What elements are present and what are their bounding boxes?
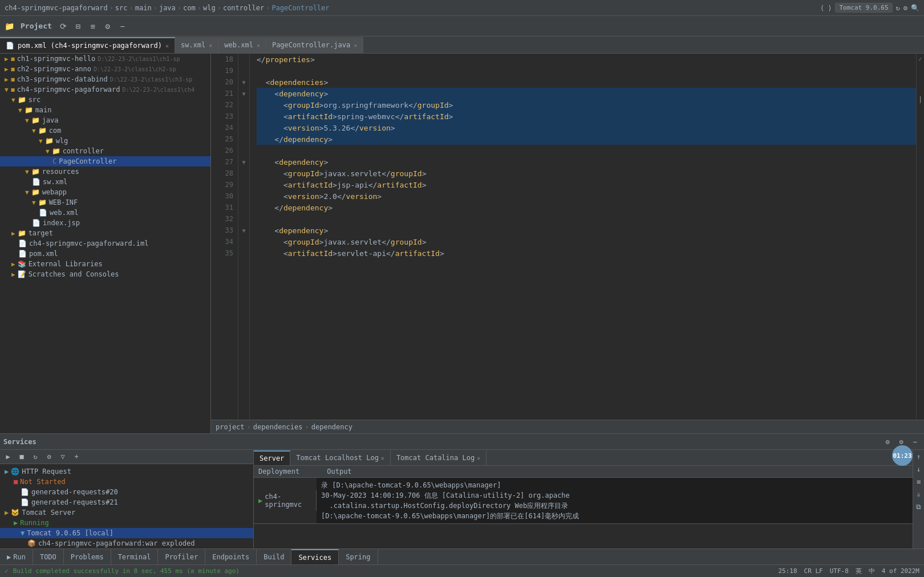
sidebar-item-ch2[interactable]: ▶ ◼ ch2-springmvc-anno D:\22-23-2\class1… bbox=[0, 64, 210, 74]
sidebar-item-external-libs[interactable]: ▶ 📚 External Libraries bbox=[0, 259, 210, 269]
breadcrumb-item-5[interactable]: wlg bbox=[203, 4, 216, 12]
refresh-icon[interactable]: ↻ bbox=[896, 4, 900, 12]
sidebar-item-ch3[interactable]: ▶ ◼ ch3-springmvc-databind D:\22-23-2\cl… bbox=[0, 74, 210, 84]
restart-service-icon[interactable]: ↻ bbox=[30, 451, 41, 462]
tab-pom-xml-close[interactable]: ✕ bbox=[165, 43, 169, 49]
collapse-all-icon[interactable]: ⊟ bbox=[71, 19, 85, 33]
filter-service-icon[interactable]: ▽ bbox=[57, 451, 68, 462]
close-panel-icon[interactable]: − bbox=[116, 19, 129, 33]
breadcrumb-item-7[interactable]: PageController bbox=[271, 4, 329, 12]
sidebar-item-iml[interactable]: 📄 ch4-springmvc-pagaforward.iml bbox=[0, 238, 210, 249]
tree-item-generated-20[interactable]: 📄 generated-requests#20 bbox=[0, 487, 253, 497]
project-toggle-icon[interactable]: 📁 bbox=[2, 19, 16, 33]
sidebar-item-web-inf[interactable]: ▼ 📁 WEB-INF bbox=[0, 197, 210, 208]
add-service-icon[interactable]: + bbox=[71, 451, 82, 462]
tab-web-xml-close[interactable]: ✕ bbox=[257, 42, 260, 48]
bottom-tab-spring[interactable]: Spring bbox=[339, 549, 378, 565]
bottom-tab-services[interactable]: Services bbox=[291, 549, 339, 565]
code-content[interactable]: </properties> <dependencies> <dependency… bbox=[250, 54, 916, 420]
breadcrumb-item-2[interactable]: main bbox=[135, 4, 152, 12]
breadcrumb-item-6[interactable]: controller bbox=[223, 4, 264, 12]
tree-item-running[interactable]: ▶ Running bbox=[0, 518, 253, 528]
settings-icon[interactable]: ⚙ bbox=[903, 4, 907, 12]
scroll-end-icon[interactable]: ⇓ bbox=[913, 489, 925, 500]
run-service-icon[interactable]: ▶ bbox=[2, 451, 14, 462]
scroll-up-icon[interactable]: ↑ bbox=[913, 451, 925, 462]
sidebar-item-controller[interactable]: ▼ 📁 controller bbox=[0, 146, 210, 156]
gutter-20: ▼ bbox=[238, 76, 249, 88]
tree-item-tomcat-server[interactable]: ▶ 🐱 Tomcat Server bbox=[0, 507, 253, 518]
sidebar-item-index-jsp[interactable]: 📄 index.jsp bbox=[0, 218, 210, 228]
sidebar-item-ch4[interactable]: ▼ ◼ ch4-springmvc-pagaforward D:\22-23-2… bbox=[0, 84, 210, 95]
output-area[interactable]: 录 [D:\apache-tomcat-9.0.65\webapps\manag… bbox=[317, 478, 913, 523]
tab-web-xml[interactable]: web.xml ✕ bbox=[218, 37, 266, 53]
nav-forward-icon[interactable]: ⟩ bbox=[828, 4, 832, 12]
code-line-29: <artifactId>jsp-api</artifactId> bbox=[257, 179, 916, 190]
code-container[interactable]: 18 19 20 21 22 23 24 25 26 27 28 29 30 3… bbox=[211, 54, 924, 420]
stop-service-icon[interactable]: ■ bbox=[16, 451, 27, 462]
scroll-thumb[interactable]: │ bbox=[917, 96, 924, 103]
services-minimize-icon[interactable]: − bbox=[909, 436, 921, 448]
tree-item-tomcat-9065[interactable]: ▼ Tomcat 9.0.65 [local] bbox=[0, 528, 253, 538]
right-scroll-gutter[interactable]: ✓ │ bbox=[916, 54, 924, 420]
breadcrumb-item-4[interactable]: com bbox=[183, 4, 196, 12]
sidebar-item-webapp[interactable]: ▼ 📁 webapp bbox=[0, 187, 210, 197]
services-settings-icon[interactable]: ⚙ bbox=[882, 436, 893, 448]
sidebar-item-src[interactable]: ▼ 📁 src bbox=[0, 95, 210, 105]
search-icon[interactable]: 🔍 bbox=[911, 4, 919, 12]
pom-xml-icon: 📄 bbox=[6, 42, 14, 50]
bracket-27b: > bbox=[323, 158, 328, 166]
sidebar-item-pom-xml[interactable]: 📄 pom.xml bbox=[0, 249, 210, 259]
breadcrumb-sep-3: › bbox=[177, 4, 181, 12]
bottom-tab-endpoints[interactable]: Endpoints bbox=[205, 549, 257, 565]
tree-item-not-started[interactable]: ■ Not Started bbox=[0, 477, 253, 487]
breadcrumb-item-1[interactable]: src bbox=[115, 4, 128, 12]
sort-icon[interactable]: ≡ bbox=[86, 19, 100, 33]
gear-icon[interactable]: ⚙ bbox=[101, 19, 115, 33]
bottom-tab-profiler[interactable]: Profiler bbox=[158, 549, 205, 565]
breadcrumb-item-0[interactable]: ch4-springmvc-pagaforward bbox=[5, 4, 108, 12]
war-icon: 📦 bbox=[27, 539, 36, 547]
sidebar-item-pagecontroller[interactable]: C PageController bbox=[0, 156, 210, 166]
bottom-tab-run[interactable]: ▶ Run bbox=[0, 549, 33, 565]
scroll-down-icon[interactable]: ↓ bbox=[913, 464, 925, 475]
sidebar-item-wlg[interactable]: ▼ 📁 wlg bbox=[0, 136, 210, 146]
tab-page-controller[interactable]: PageController.java ✕ bbox=[266, 37, 363, 53]
sidebar-item-target[interactable]: ▶ 📁 target bbox=[0, 228, 210, 238]
bottom-tab-problems[interactable]: Problems bbox=[64, 549, 111, 565]
catalina-log-close[interactable]: ✕ bbox=[477, 455, 480, 461]
bottom-tab-build[interactable]: Build bbox=[257, 549, 291, 565]
services-tab-localhost-log[interactable]: Tomcat Localhost Log ✕ bbox=[290, 450, 391, 465]
tab-sw-xml[interactable]: sw.xml ✕ bbox=[175, 37, 218, 53]
bottom-tab-todo[interactable]: TODO bbox=[33, 549, 64, 565]
sidebar-item-main[interactable]: ▼ 📁 main bbox=[0, 105, 210, 115]
expand-icon-http: ▶ bbox=[2, 468, 9, 476]
tomcat-version-btn[interactable]: Tomcat 9.0.65 bbox=[835, 3, 892, 13]
sidebar-item-java[interactable]: ▼ 📁 java bbox=[0, 115, 210, 125]
tree-item-http-request[interactable]: ▶ 🌐 HTTP Request bbox=[0, 466, 253, 477]
config-service-icon[interactable]: ⚙ bbox=[43, 451, 55, 462]
services-tab-server[interactable]: Server bbox=[254, 450, 290, 465]
localhost-log-close[interactable]: ✕ bbox=[381, 455, 384, 461]
scroll-wrap-icon[interactable]: ≡ bbox=[913, 476, 925, 487]
tree-item-war-exploded[interactable]: 📦 ch4-springmvc-pagaforward:war exploded bbox=[0, 538, 253, 548]
breadcrumb-item-3[interactable]: java bbox=[159, 4, 176, 12]
copy-icon[interactable]: ⧉ bbox=[913, 501, 925, 513]
output-line-3: [D:\apache-tomcat-9.0.65\webapps\manager… bbox=[321, 511, 908, 521]
sidebar-item-web-xml[interactable]: 📄 web.xml bbox=[0, 208, 210, 218]
sidebar-item-ch1[interactable]: ▶ ◼ ch1-springmvc-hello D:\22-23-2\class… bbox=[0, 54, 210, 64]
sidebar-item-com[interactable]: ▼ 📁 com bbox=[0, 125, 210, 136]
sidebar-item-sw-xml[interactable]: 📄 sw.xml bbox=[0, 177, 210, 187]
nav-back-icon[interactable]: ⟨ bbox=[820, 4, 824, 12]
bottom-tab-terminal[interactable]: Terminal bbox=[111, 549, 159, 565]
sidebar-item-resources[interactable]: ▼ 📁 resources bbox=[0, 166, 210, 177]
spring-tab-label: Spring bbox=[346, 553, 370, 561]
services-right-panel: Server Tomcat Localhost Log ✕ Tomcat Cat… bbox=[254, 450, 913, 548]
tree-item-generated-21[interactable]: 📄 generated-requests#21 bbox=[0, 497, 253, 507]
tab-pom-xml[interactable]: 📄 pom.xml (ch4-springmvc-pagaforward) ✕ bbox=[0, 37, 175, 53]
services-tab-catalina-log[interactable]: Tomcat Catalina Log ✕ bbox=[391, 450, 487, 465]
tab-sw-xml-close[interactable]: ✕ bbox=[209, 42, 212, 48]
sidebar-item-scratches[interactable]: ▶ 📝 Scratches and Consoles bbox=[0, 269, 210, 279]
sync-icon[interactable]: ⟳ bbox=[56, 19, 70, 33]
tab-page-controller-close[interactable]: ✕ bbox=[354, 42, 357, 48]
